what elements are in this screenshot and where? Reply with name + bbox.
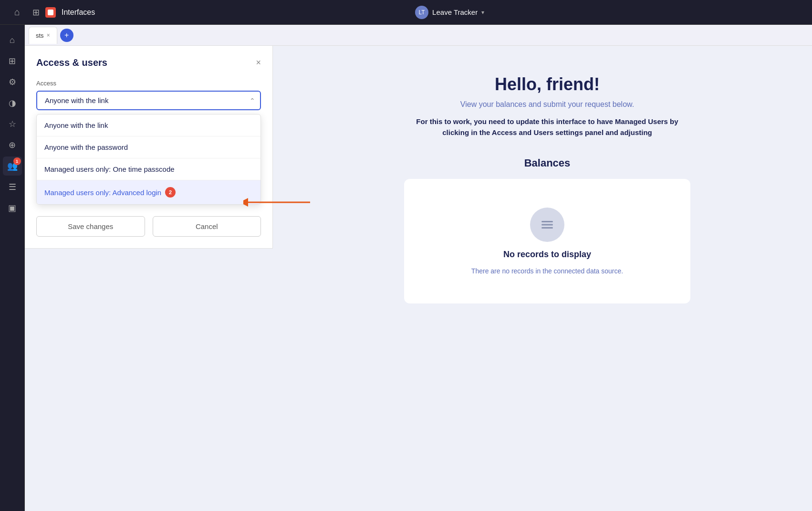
access-panel: Access & users × Access Anyone with the … (25, 46, 273, 249)
cancel-button[interactable]: Cancel (153, 216, 261, 237)
access-dropdown[interactable]: Anyone with the link (36, 91, 261, 110)
dropdown-item-otp[interactable]: Managed users only: One time passcode (37, 158, 260, 180)
hello-section: Hello, friend! View your balances and su… (404, 74, 690, 138)
access-dropdown-menu: Anyone with the link Anyone with the pas… (36, 114, 261, 205)
sidebar-item-grid[interactable]: ⊞ (3, 52, 22, 71)
svg-rect-3 (541, 224, 553, 226)
sidebar-item-grid-view[interactable]: ▣ (3, 198, 22, 218)
tracker-info[interactable]: LT Leave Tracker ▾ (415, 6, 484, 19)
tab-label: sts (36, 32, 44, 39)
sidebar-item-users[interactable]: 👥 1 (3, 156, 22, 176)
sidebar-item-settings[interactable]: ⚙ (3, 73, 22, 92)
add-tab-button[interactable]: + (60, 29, 73, 42)
hello-title: Hello, friend! (404, 74, 690, 94)
close-panel-button[interactable]: × (256, 58, 261, 68)
sidebar-item-theme[interactable]: ◑ (3, 94, 22, 113)
close-tab-icon[interactable]: × (47, 32, 50, 39)
tracker-name: Leave Tracker (432, 8, 478, 16)
save-changes-button[interactable]: Save changes (36, 216, 145, 237)
sidebar-item-globe[interactable]: ⊕ (3, 136, 22, 155)
balances-card: No records to display There are no recor… (404, 179, 690, 303)
dropdown-item-advanced[interactable]: Managed users only: Advanced login 2 (37, 180, 260, 204)
dropdown-item-password[interactable]: Anyone with the password (37, 136, 260, 158)
balances-section: Balances No records to display There are… (404, 157, 690, 303)
action-buttons: Save changes Cancel (36, 216, 261, 237)
page-content: Access & users × Access Anyone with the … (25, 46, 812, 511)
panel-header: Access & users × (36, 57, 261, 68)
access-label: Access (36, 80, 261, 87)
chevron-down-icon: ▾ (481, 9, 484, 16)
no-records-icon (530, 208, 564, 242)
svg-rect-2 (541, 221, 553, 222)
tab-bar: sts × + (25, 25, 812, 46)
grid-icon[interactable]: ⊞ (32, 7, 40, 18)
svg-rect-4 (541, 227, 553, 229)
sidebar: ⌂ ⊞ ⚙ ◑ ☆ ⊕ 👥 1 ☰ ▣ (0, 25, 25, 511)
dropdown-item-advanced-label: Managed users only: Advanced login (44, 188, 161, 197)
hello-warning: For this to work, you need to update thi… (404, 116, 690, 138)
no-records-subtitle: There are no records in the connected da… (471, 267, 623, 275)
hello-subtitle: View your balances and submit your reque… (404, 100, 690, 109)
item-badge: 2 (165, 187, 176, 198)
content-area: sts × + Access & users × Access Anyone w… (25, 25, 812, 511)
access-select-wrapper: Anyone with the link ⌃ (36, 91, 261, 110)
panel-title: Access & users (36, 57, 107, 68)
notification-badge: 1 (13, 157, 21, 165)
avatar: LT (415, 6, 428, 19)
sidebar-item-list[interactable]: ☰ (3, 177, 22, 197)
app-logo (45, 7, 56, 18)
sidebar-item-home[interactable]: ⌂ (3, 31, 22, 50)
app-title: Interfaces (62, 8, 95, 17)
balances-title: Balances (404, 157, 690, 169)
no-records-title: No records to display (503, 250, 591, 260)
home-button[interactable]: ⌂ (8, 3, 27, 22)
sidebar-item-favorites[interactable]: ☆ (3, 115, 22, 134)
dropdown-item-link[interactable]: Anyone with the link (37, 115, 260, 136)
tab-sts[interactable]: sts × (29, 27, 57, 44)
main-section: Hello, friend! View your balances and su… (292, 74, 802, 303)
topbar: ⌂ ⊞ Interfaces LT Leave Tracker ▾ (0, 0, 812, 25)
